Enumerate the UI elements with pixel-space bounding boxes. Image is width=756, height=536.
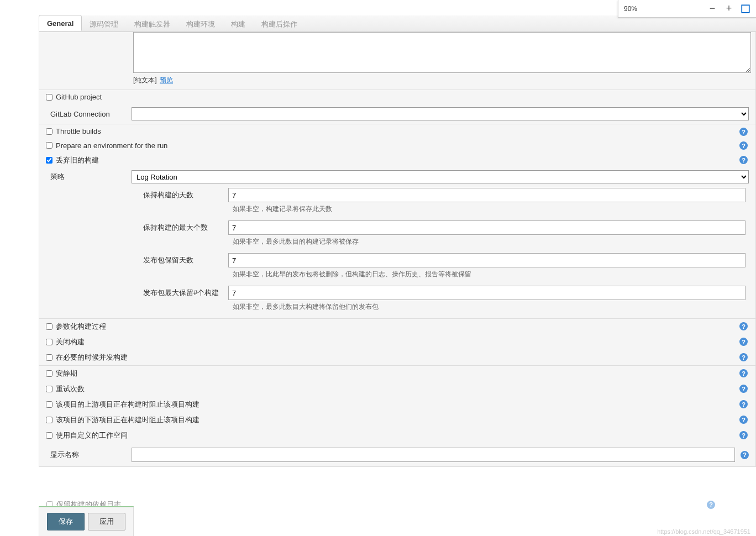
help-icon[interactable]: ? xyxy=(741,451,749,459)
tab-triggers[interactable]: 构建触发器 xyxy=(127,15,179,31)
help-icon[interactable]: ? xyxy=(739,353,748,361)
tab-scm[interactable]: 源码管理 xyxy=(82,15,127,31)
num-keep-input[interactable] xyxy=(228,220,746,235)
strategy-select[interactable]: Log Rotation xyxy=(132,170,749,183)
custom-workspace-checkbox[interactable] xyxy=(46,432,53,439)
plaintext-label: [纯文本] xyxy=(133,76,157,84)
help-icon[interactable]: ? xyxy=(739,400,748,408)
days-keep-label: 保持构建的天数 xyxy=(139,190,228,200)
block-upstream-label: 该项目的上游项目正在构建时阻止该项目构建 xyxy=(56,400,200,409)
concurrent-checkbox[interactable] xyxy=(46,354,53,361)
num-keep-hint: 如果非空，最多此数目的构建记录将被保存 xyxy=(233,237,749,246)
tab-build[interactable]: 构建 xyxy=(223,15,254,31)
description-textarea[interactable] xyxy=(133,32,751,73)
artifact-num-input[interactable] xyxy=(228,286,746,300)
concurrent-label: 在必要的时候并发构建 xyxy=(56,353,128,362)
help-icon[interactable]: ? xyxy=(739,128,748,136)
svg-rect-0 xyxy=(742,5,749,13)
prepare-env-label: Prepare an environment for the run xyxy=(56,141,167,150)
display-name-input[interactable] xyxy=(132,448,735,462)
parameterized-checkbox[interactable] xyxy=(46,323,53,330)
zoom-control: 90% − + xyxy=(618,0,756,18)
discard-old-checkbox[interactable] xyxy=(46,157,53,164)
tab-post[interactable]: 构建后操作 xyxy=(254,15,306,31)
artifact-num-hint: 如果非空，最多此数目大构建将保留他们的发布包 xyxy=(233,302,749,312)
retry-count-checkbox[interactable] xyxy=(46,386,53,392)
tab-bar: General 源码管理 构建触发器 构建环境 构建 构建后操作 xyxy=(39,15,756,32)
num-keep-label: 保持构建的最大个数 xyxy=(139,223,228,233)
prepare-env-checkbox[interactable] xyxy=(46,142,53,149)
gitlab-connection-select[interactable] xyxy=(132,107,749,120)
artifact-days-label: 发布包保留天数 xyxy=(139,255,228,265)
help-icon[interactable]: ? xyxy=(739,156,748,164)
artifact-num-label: 发布包最大保留#个构建 xyxy=(139,288,228,298)
help-icon[interactable]: ? xyxy=(739,322,748,330)
help-icon[interactable]: ? xyxy=(739,338,748,346)
zoom-in-button[interactable]: + xyxy=(723,3,735,15)
days-keep-input[interactable] xyxy=(228,188,746,202)
artifact-days-input[interactable] xyxy=(228,253,746,267)
tab-env[interactable]: 构建环境 xyxy=(179,15,223,31)
days-keep-hint: 如果非空，构建记录将保存此天数 xyxy=(233,204,749,214)
gitlab-connection-label: GitLab Connection xyxy=(46,110,132,118)
quiet-period-label: 安静期 xyxy=(56,369,77,379)
retry-count-label: 重试次数 xyxy=(56,384,85,394)
throttle-builds-checkbox[interactable] xyxy=(46,128,53,135)
strategy-label: 策略 xyxy=(46,172,132,182)
throttle-builds-label: Throttle builds xyxy=(56,127,101,135)
artifact-days-hint: 如果非空，比此早的发布包将被删除，但构建的日志、操作历史、报告等将被保留 xyxy=(233,270,749,279)
config-panel: [纯文本] 预览 GitHub project GitLab Connectio… xyxy=(39,32,756,467)
github-project-label: GitHub project xyxy=(56,93,102,101)
block-upstream-checkbox[interactable] xyxy=(46,401,53,408)
help-icon[interactable]: ? xyxy=(739,416,748,424)
quiet-period-checkbox[interactable] xyxy=(46,370,53,377)
preview-link[interactable]: 预览 xyxy=(160,76,173,84)
zoom-out-button[interactable]: − xyxy=(706,3,718,15)
help-icon[interactable]: ? xyxy=(739,141,748,150)
help-icon[interactable]: ? xyxy=(739,385,748,393)
block-downstream-label: 该项目的下游项目正在构建时阻止该项目构建 xyxy=(56,415,200,425)
disable-build-label: 关闭构建 xyxy=(56,337,85,347)
disable-build-checkbox[interactable] xyxy=(46,339,53,345)
custom-workspace-label: 使用自定义的工作空间 xyxy=(56,430,128,440)
zoom-reset-icon[interactable] xyxy=(741,4,750,14)
zoom-percent: 90% xyxy=(624,5,704,13)
github-project-checkbox[interactable] xyxy=(46,94,53,101)
block-downstream-checkbox[interactable] xyxy=(46,417,53,423)
parameterized-label: 参数化构建过程 xyxy=(56,322,106,332)
help-icon[interactable]: ? xyxy=(739,431,748,439)
discard-old-label: 丢弃旧的构建 xyxy=(56,155,99,165)
help-icon[interactable]: ? xyxy=(739,369,748,377)
tab-general[interactable]: General xyxy=(39,15,82,31)
display-name-label: 显示名称 xyxy=(46,450,132,460)
